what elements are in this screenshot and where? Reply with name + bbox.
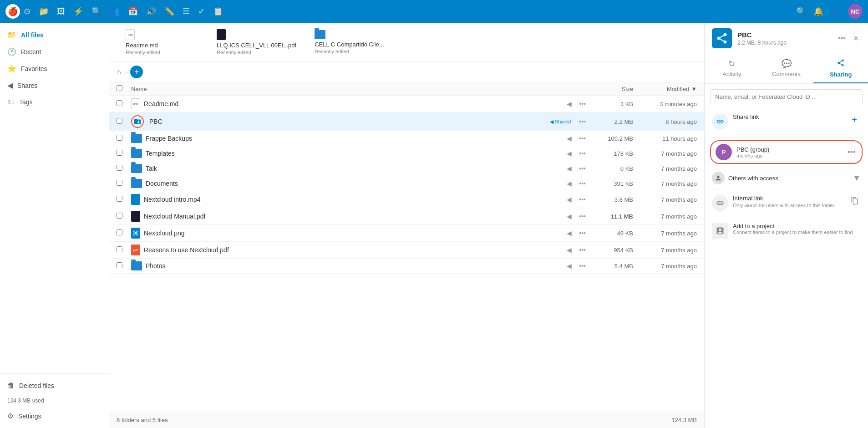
file-size: 2.2 MB <box>588 118 633 125</box>
row-checkbox[interactable] <box>117 100 122 106</box>
share-action-icon[interactable]: ◀ <box>565 149 574 158</box>
row-checkbox[interactable] <box>117 135 122 141</box>
all-files-icon: 📁 <box>7 31 16 39</box>
files-nav-icon[interactable]: 📁 <box>39 6 49 16</box>
share-action-icon[interactable]: ◀ <box>565 261 574 270</box>
share-action-icon[interactable]: ◀ <box>565 245 574 255</box>
add-button[interactable]: + <box>130 66 143 78</box>
sidebar-item-deleted[interactable]: 🗑 Deleted files <box>0 377 109 394</box>
more-action-icon[interactable]: ••• <box>577 117 588 126</box>
sidebar-item-recent[interactable]: 🕐 Recent <box>0 43 109 60</box>
tasks-nav-icon[interactable]: ☰ <box>183 6 190 16</box>
more-action-icon[interactable]: ••• <box>577 179 588 188</box>
share-search-input[interactable] <box>710 89 863 104</box>
sidebar-item-settings[interactable]: ⚙ Settings <box>0 408 109 424</box>
more-action-icon[interactable]: ••• <box>577 229 588 238</box>
user-avatar[interactable]: NC <box>848 4 863 19</box>
search-icon[interactable]: 🔍 <box>796 6 806 16</box>
row-checkbox[interactable] <box>117 262 122 268</box>
shared-label: Shared <box>555 119 571 124</box>
photos-nav-icon[interactable]: 🖼 <box>57 7 65 16</box>
more-action-icon[interactable]: ••• <box>577 99 588 108</box>
share-action-icon[interactable]: ◀ <box>565 179 574 188</box>
calendar-nav-icon[interactable]: 📅 <box>128 6 138 16</box>
sidebar-item-tags[interactable]: 🏷 Tags <box>0 94 109 110</box>
add-share-link-button[interactable]: + <box>848 113 861 126</box>
panel-more-button[interactable]: ••• <box>836 32 848 45</box>
media-nav-icon[interactable]: 🔊 <box>146 6 156 16</box>
notes-nav-icon[interactable]: ✏️ <box>164 6 174 16</box>
clipboard-nav-icon[interactable]: 📋 <box>213 6 223 16</box>
home-button[interactable]: ⌂ <box>117 68 121 76</box>
sidebar-item-all-files[interactable]: 📁 All files <box>0 26 109 43</box>
share-action-icon[interactable]: ◀ <box>565 212 574 221</box>
table-row[interactable]: Templates ◀ ••• 178 KB 7 months ago <box>109 146 704 161</box>
table-row[interactable]: Nextcloud Manual.pdf ◀ ••• 11.1 MB 7 mon… <box>109 208 704 225</box>
row-check <box>117 135 131 142</box>
recent-item-pbc[interactable]: CELL C Compartido Clie... Recently edite… <box>305 27 396 57</box>
pbc-group-more-button[interactable]: ••• <box>846 146 857 158</box>
share-action-icon[interactable]: ◀ <box>565 134 574 143</box>
more-action-icon[interactable]: ••• <box>577 164 588 173</box>
shared-badge: ◀ Shared <box>546 118 574 125</box>
select-all-checkbox[interactable] <box>117 85 122 91</box>
app-logo[interactable]: 🍎 <box>5 4 20 19</box>
table-row[interactable]: md Readme.md ◀ ••• 3 KB 3 minutes ago <box>109 96 704 112</box>
activity-nav-icon[interactable]: ⚡ <box>73 6 83 16</box>
more-action-icon[interactable]: ••• <box>577 149 588 158</box>
row-checkbox[interactable] <box>117 180 122 186</box>
tab-comments[interactable]: 💬 Comments <box>759 54 814 83</box>
panel-close-button[interactable]: ✕ <box>851 32 861 45</box>
table-row[interactable]: Photos ◀ ••• 5.4 MB 7 months ago <box>109 259 704 274</box>
tab-sharing[interactable]: Sharing <box>813 54 868 83</box>
row-check <box>117 150 131 157</box>
table-row[interactable]: Nextcloud.png ◀ ••• 49 KB 7 months ago <box>109 225 704 242</box>
add-to-project-title: Add to a project <box>733 223 861 229</box>
more-action-icon[interactable]: ••• <box>577 195 588 204</box>
notifications-icon[interactable]: 🔔 <box>813 6 823 16</box>
sidebar-bottom: 🗑 Deleted files 124.3 MB used ⚙ Settings <box>0 373 109 424</box>
row-checkbox[interactable] <box>117 150 122 156</box>
row-name-reasons: pdf Reasons to use Nextcloud.pdf <box>131 245 551 255</box>
sidebar-item-shares[interactable]: ◀ Shares <box>0 77 109 94</box>
row-checkbox[interactable] <box>117 213 122 219</box>
more-action-icon[interactable]: ••• <box>577 212 588 221</box>
share-link-section: Share link + <box>710 110 863 133</box>
home-nav-icon[interactable]: ⊙ <box>24 6 30 16</box>
share-action-icon[interactable]: ◀ <box>565 99 574 108</box>
row-checkbox[interactable] <box>117 118 122 124</box>
row-checkbox[interactable] <box>117 196 122 202</box>
others-header[interactable]: Others with access ▼ <box>710 169 863 187</box>
header-modified[interactable]: Modified ▼ <box>633 86 697 92</box>
table-row[interactable]: pdf Reasons to use Nextcloud.pdf ◀ ••• 9… <box>109 242 704 259</box>
row-check <box>117 180 131 187</box>
recent-item-pdf[interactable]: LLQ ICS CELL_VLL 00EL..pdf Recently edit… <box>208 26 305 58</box>
more-action-icon[interactable]: ••• <box>577 134 588 143</box>
row-name-documents: Documents <box>131 179 551 188</box>
more-action-icon[interactable]: ••• <box>577 261 588 270</box>
row-checkbox[interactable] <box>117 229 122 235</box>
more-action-icon[interactable]: ••• <box>577 245 588 255</box>
recent-item-readme[interactable]: md Readme.md Recently edited <box>117 26 208 58</box>
share-action-icon[interactable]: ◀ <box>565 195 574 204</box>
row-checkbox[interactable] <box>117 165 122 171</box>
tab-activity[interactable]: ↻ Activity <box>705 54 759 83</box>
user-icon[interactable]: 👤 <box>831 6 841 16</box>
others-toggle-icon[interactable]: ▼ <box>853 173 861 183</box>
table-row[interactable]: Talk ◀ ••• 0 KB 7 months ago <box>109 161 704 176</box>
table-row[interactable]: Documents ◀ ••• 391 KB 7 months ago <box>109 176 704 191</box>
sidebar-item-favorites[interactable]: ⭐ Favorites <box>0 60 109 77</box>
table-row[interactable]: Frappe Backups ◀ ••• 100.2 MB 11 hours a… <box>109 131 704 146</box>
search-nav-icon[interactable]: 🔍 <box>91 6 102 16</box>
check-nav-icon[interactable]: ✓ <box>198 6 205 16</box>
row-checkbox[interactable] <box>117 246 122 252</box>
contacts-nav-icon[interactable]: 👥 <box>110 6 120 16</box>
share-action-icon[interactable]: ◀ <box>565 229 574 238</box>
toolbar: ⌂ › + <box>109 62 704 82</box>
copy-internal-link-button[interactable] <box>849 195 861 209</box>
share-action-icon[interactable]: ◀ <box>565 164 574 173</box>
table-row[interactable]: PBC ◀ Shared ••• 2.2 MB 8 hours ago <box>109 112 704 131</box>
row-actions: ◀ ••• <box>551 261 588 270</box>
table-row[interactable]: Nextcloud intro.mp4 ◀ ••• 3.8 MB 7 month… <box>109 191 704 208</box>
content-area: md Readme.md Recently edited LLQ ICS CEL… <box>109 23 704 428</box>
